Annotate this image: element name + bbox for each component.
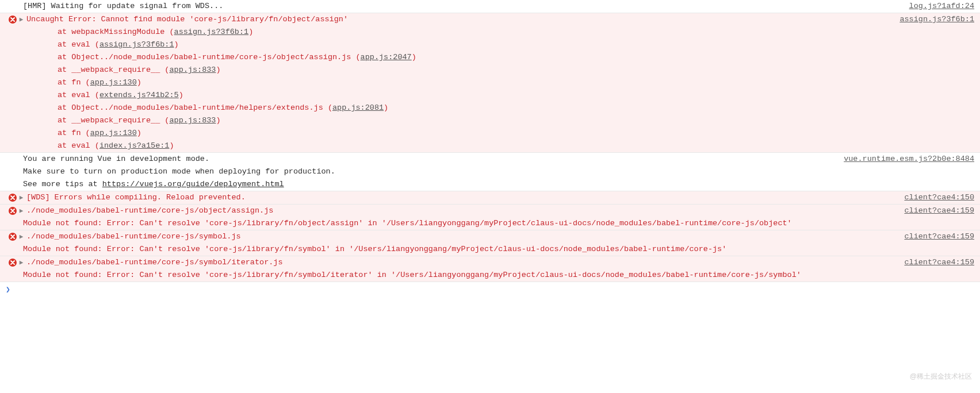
stack-link[interactable]: app.js:130 <box>90 129 137 137</box>
stack-link[interactable]: app.js:2081 <box>332 103 384 112</box>
console-row-error: ▶ client?cae4:159 ./node_modules/babel-r… <box>0 256 980 282</box>
source-link[interactable]: client?cae4:159 <box>904 256 974 269</box>
stack-line: at Object../node_modules/babel-runtime/h… <box>23 102 974 114</box>
error-message-detail: Module not found: Error: Can't resolve '… <box>23 243 974 256</box>
source-link[interactable]: assign.js?3f6b:1 <box>899 13 974 26</box>
stack-line: at fn (app.js:130) <box>23 127 974 140</box>
error-message-head: ./node_modules/babel-runtime/core-js/sym… <box>23 230 974 243</box>
error-message-detail: Module not found: Error: Can't resolve '… <box>23 217 974 230</box>
disclosure-triangle[interactable]: ▶ <box>17 193 25 202</box>
stack-line: at eval (assign.js?3f6b:1) <box>23 38 974 51</box>
stack-link[interactable]: app.js:130 <box>90 78 137 87</box>
console-row-log: log.js?1afd:24 [HMR] Waiting for update … <box>0 0 980 13</box>
console-row-error: ▶ client?cae4:150 [WDS] Errors while com… <box>0 191 980 204</box>
stack-link[interactable]: assign.js?3f6b:1 <box>174 28 249 36</box>
error-icon <box>8 206 17 215</box>
source-link[interactable]: log.js?1afd:24 <box>909 0 974 13</box>
stack-link[interactable]: app.js:2047 <box>361 53 412 61</box>
stack-line: at Object../node_modules/babel-runtime/c… <box>23 51 974 64</box>
prompt-chevron-icon: ❯ <box>6 284 10 296</box>
info-message: You are running Vue in development mode.… <box>23 153 974 191</box>
error-message-head: ./node_modules/babel-runtime/core-js/sym… <box>23 256 974 269</box>
stack-link[interactable]: extends.js?41b2:5 <box>99 91 179 99</box>
error-message-detail: Module not found: Error: Can't resolve '… <box>23 269 974 282</box>
console-input-row[interactable]: ❯ <box>0 282 980 297</box>
stack-line: at __webpack_require__ (app.js:833) <box>23 64 974 76</box>
stack-link[interactable]: index.js?a15e:1 <box>99 141 170 150</box>
source-link[interactable]: client?cae4:159 <box>904 230 974 243</box>
disclosure-triangle[interactable]: ▶ <box>17 206 25 215</box>
stack-line: at __webpack_require__ (app.js:833) <box>23 114 974 127</box>
error-icon <box>8 193 17 202</box>
stack-link[interactable]: app.js:833 <box>169 116 216 125</box>
source-link[interactable]: client?cae4:159 <box>904 205 974 217</box>
source-link[interactable]: client?cae4:150 <box>904 191 974 204</box>
console-row-info: vue.runtime.esm.js?2b0e:8484 You are run… <box>0 152 980 191</box>
stack-line: at webpackMissingModule (assign.js?3f6b:… <box>23 26 974 38</box>
error-icon <box>8 232 17 241</box>
stack-line: at eval (index.js?a15e:1) <box>23 140 974 152</box>
disclosure-triangle[interactable]: ▶ <box>17 232 25 241</box>
log-message: [HMR] Waiting for update signal from WDS… <box>23 2 223 10</box>
error-message: [WDS] Errors while compiling. Reload pre… <box>23 191 974 204</box>
error-message-head: ./node_modules/babel-runtime/core-js/obj… <box>23 205 974 217</box>
console-input[interactable] <box>15 285 20 294</box>
source-link[interactable]: vue.runtime.esm.js?2b0e:8484 <box>844 153 974 165</box>
console-row-error: ▶ client?cae4:159 ./node_modules/babel-r… <box>0 230 980 256</box>
stack-link[interactable]: assign.js?3f6b:1 <box>99 40 174 49</box>
error-message: Uncaught Error: Cannot find module 'core… <box>23 13 974 26</box>
stack-line: at fn (app.js:130) <box>23 76 974 89</box>
tips-link[interactable]: https://vuejs.org/guide/deployment.html <box>102 180 284 188</box>
error-icon <box>8 15 17 24</box>
disclosure-triangle[interactable]: ▶ <box>17 15 25 24</box>
error-icon <box>8 258 17 267</box>
stack-link[interactable]: app.js:833 <box>169 66 216 74</box>
stack-line: at eval (extends.js?41b2:5) <box>23 89 974 102</box>
console-row-error: ▶ client?cae4:159 ./node_modules/babel-r… <box>0 204 980 230</box>
disclosure-triangle[interactable]: ▶ <box>17 258 25 267</box>
console-row-error-expanded: ▶ assign.js?3f6b:1 Uncaught Error: Canno… <box>0 13 980 152</box>
